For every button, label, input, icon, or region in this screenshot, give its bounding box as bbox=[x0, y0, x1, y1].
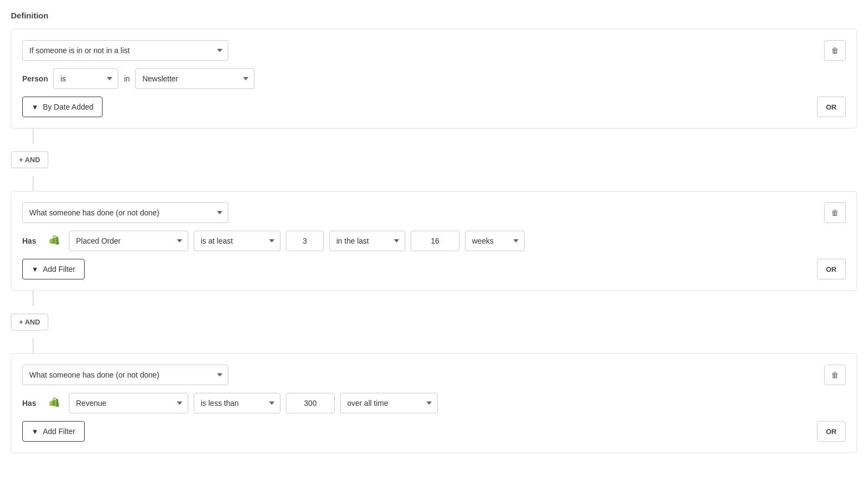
block2-type-select[interactable]: What someone has done (or not done) bbox=[22, 202, 228, 223]
condition-block-1: If someone is in or not in a list 🗑 Pers… bbox=[11, 29, 857, 129]
and-button-2[interactable]: + AND bbox=[11, 314, 48, 330]
funnel-icon: ▼ bbox=[31, 103, 39, 111]
block2-time-unit-select[interactable]: weeks bbox=[465, 231, 525, 251]
block3-add-filter-button[interactable]: ▼ Add Filter bbox=[22, 421, 85, 442]
page-title: Definition bbox=[11, 11, 857, 20]
block1-type-select[interactable]: If someone is in or not in a list bbox=[22, 40, 228, 61]
block2-condition-select[interactable]: is at least bbox=[194, 231, 280, 251]
block2-or-button[interactable]: OR bbox=[817, 259, 846, 279]
block2-has-label: Has bbox=[22, 237, 44, 245]
block3-condition-select[interactable]: is less than bbox=[194, 393, 280, 413]
person-label: Person bbox=[22, 74, 48, 83]
block2-add-filter-button[interactable]: ▼ Add Filter bbox=[22, 259, 85, 279]
block3-filter-label: Add Filter bbox=[43, 427, 75, 436]
funnel-icon-2: ▼ bbox=[31, 265, 39, 273]
block1-or-button[interactable]: OR bbox=[817, 97, 846, 117]
block2-filter-label: Add Filter bbox=[43, 265, 75, 273]
block3-time-condition-select[interactable]: over all time bbox=[340, 393, 438, 413]
block2-time-number-input[interactable] bbox=[411, 231, 459, 251]
condition-block-3: What someone has done (or not done) 🗑 Ha… bbox=[11, 353, 857, 453]
block3-or-button[interactable]: OR bbox=[817, 421, 846, 442]
block1-delete-button[interactable]: 🗑 bbox=[824, 40, 846, 61]
block1-filter-label: By Date Added bbox=[43, 103, 93, 111]
block1-list-select[interactable]: Newsletter bbox=[135, 68, 254, 89]
and-connector-1: + AND bbox=[11, 151, 857, 168]
block2-number-input[interactable] bbox=[286, 231, 324, 251]
and-connector-2: + AND bbox=[11, 314, 857, 330]
block2-delete-button[interactable]: 🗑 bbox=[824, 202, 846, 223]
block3-type-select[interactable]: What someone has done (or not done) bbox=[22, 365, 228, 385]
block3-number-input[interactable] bbox=[286, 393, 335, 413]
block3-has-label: Has bbox=[22, 399, 44, 407]
and-button-1[interactable]: + AND bbox=[11, 151, 48, 168]
block1-in-text: in bbox=[124, 74, 130, 83]
shopify-icon-2 bbox=[49, 397, 61, 409]
block2-time-condition-select[interactable]: in the last bbox=[329, 231, 405, 251]
funnel-icon-3: ▼ bbox=[31, 428, 39, 436]
block1-person-is-select[interactable]: is bbox=[53, 68, 118, 89]
shopify-icon-1 bbox=[49, 235, 61, 247]
block3-delete-button[interactable]: 🗑 bbox=[824, 365, 846, 385]
block1-filter-button[interactable]: ▼ By Date Added bbox=[22, 97, 103, 117]
condition-block-2: What someone has done (or not done) 🗑 Ha… bbox=[11, 191, 857, 291]
block2-event-select[interactable]: Placed Order bbox=[69, 231, 188, 251]
block3-event-select[interactable]: Revenue bbox=[69, 393, 188, 413]
